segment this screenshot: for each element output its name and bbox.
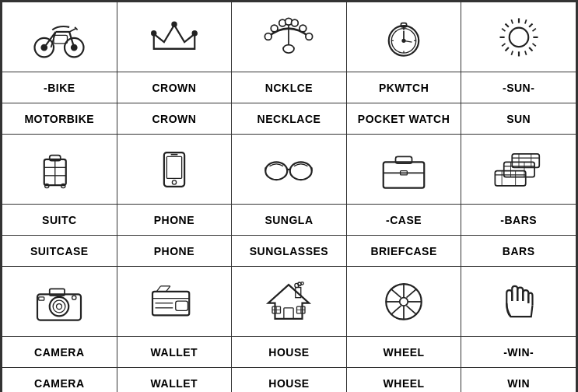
svg-point-89 [72, 296, 76, 299]
cell-necklace-abbrev: NCKLCE [232, 72, 347, 103]
svg-line-48 [532, 29, 535, 32]
cell-wheel-icon [347, 267, 462, 337]
svg-point-87 [53, 300, 65, 313]
house-abbrev-label: HOUSE [268, 346, 309, 359]
svg-point-19 [292, 19, 299, 26]
cell-phone-full: PHONE [117, 236, 233, 267]
svg-line-50 [511, 51, 513, 54]
svg-point-16 [271, 25, 278, 32]
sunglasses-full-label: SUNGLASSES [250, 245, 328, 257]
bike-full-label: MOTORBIKE [24, 113, 94, 125]
cell-wheel-full: WHEEL [347, 368, 462, 392]
cell-camera-icon [2, 267, 117, 337]
cell-win-icon [461, 267, 576, 337]
svg-line-47 [502, 44, 505, 47]
necklace-abbrev-label: NCKLCE [265, 82, 313, 94]
cell-suitcase-abbrev: SUITC [2, 205, 117, 236]
svg-point-112 [400, 298, 408, 306]
svg-point-22 [283, 45, 294, 54]
sunglasses-abbrev-label: SUNGLA [264, 214, 313, 226]
svg-line-49 [532, 44, 535, 47]
svg-line-117 [391, 289, 401, 297]
bars-full-label: BARS [503, 245, 535, 257]
svg-line-8 [69, 29, 76, 32]
sun-full-label: SUN [506, 113, 531, 125]
house-full-label: HOUSE [268, 377, 309, 390]
suitcase-abbrev-label: SUITC [42, 214, 77, 226]
cell-bike-full: MOTORBIKE [2, 103, 117, 135]
svg-point-61 [172, 180, 176, 184]
briefcase-abbrev-label: -CASE [386, 214, 422, 226]
cell-bike-icon [2, 2, 117, 72]
cell-sunglasses-abbrev: SUNGLA [232, 205, 347, 236]
svg-point-63 [266, 162, 288, 180]
cell-wallet-icon [117, 267, 233, 337]
bars-abbrev-label: -BARS [500, 214, 537, 226]
pocketwatch-abbrev-label: PKWTCH [379, 82, 429, 94]
svg-line-42 [529, 23, 532, 26]
svg-point-15 [265, 33, 272, 40]
svg-point-13 [172, 23, 176, 26]
svg-line-119 [407, 289, 417, 297]
cell-sun-full: SUN [461, 103, 576, 135]
cell-necklace-icon [232, 2, 347, 72]
cell-house-full: HOUSE [232, 368, 347, 392]
cell-briefcase-full: BRIEFCASE [347, 236, 462, 267]
svg-line-46 [502, 29, 505, 32]
wheel-full-label: WHEEL [384, 377, 425, 390]
bike-abbrev-label: -BIKE [44, 82, 75, 94]
cell-bike-abbrev: -BIKE [2, 72, 117, 103]
cell-sun-icon [461, 2, 576, 72]
win-abbrev-label: -WIN- [503, 346, 534, 359]
svg-line-45 [525, 19, 527, 23]
svg-point-35 [509, 28, 528, 47]
cell-crown-full: CROWN [117, 103, 233, 135]
cell-pocketwatch-full: POCKET WATCH [347, 103, 462, 135]
svg-line-118 [407, 306, 417, 314]
cell-briefcase-abbrev: -CASE [347, 205, 462, 236]
cell-sun-abbrev: -SUN- [461, 72, 576, 103]
cell-crown-icon [117, 2, 233, 72]
svg-point-64 [290, 162, 312, 180]
win-full-label: WIN [507, 377, 530, 390]
cell-win-abbrev: -WIN- [461, 337, 576, 368]
crown-abbrev-label: CROWN [152, 82, 196, 94]
camera-full-label: CAMERA [34, 377, 84, 390]
phone-abbrev-label: PHONE [154, 214, 194, 226]
cell-phone-icon [117, 135, 233, 205]
cell-win-full: WIN [461, 368, 576, 392]
cell-wallet-full: WALLET [117, 368, 233, 392]
svg-point-30 [402, 40, 405, 43]
svg-point-14 [193, 31, 197, 35]
phone-full-label: PHONE [154, 245, 194, 257]
camera-abbrev-label: CAMERA [34, 346, 84, 359]
cell-suitcase-full: SUITCASE [2, 236, 117, 267]
svg-rect-100 [284, 308, 293, 319]
svg-rect-60 [166, 156, 181, 178]
svg-point-88 [57, 304, 62, 310]
cell-crown-abbrev: CROWN [117, 72, 233, 103]
cell-wallet-abbrev: WALLET [117, 337, 233, 368]
suitcase-full-label: SUITCASE [30, 245, 89, 257]
cell-briefcase-icon [347, 135, 462, 205]
svg-point-20 [300, 25, 307, 32]
cell-sunglasses-full: SUNGLASSES [232, 236, 347, 267]
wheel-abbrev-label: WHEEL [384, 346, 425, 359]
cell-camera-full: CAMERA [2, 368, 117, 392]
svg-line-43 [505, 47, 508, 51]
cell-bars-full: BARS [461, 236, 576, 267]
pocketwatch-full-label: POCKET WATCH [358, 113, 450, 125]
cell-wheel-abbrev: WHEEL [347, 337, 462, 368]
svg-line-51 [525, 51, 527, 54]
cell-pocketwatch-icon [347, 2, 462, 72]
svg-line-41 [529, 47, 532, 51]
svg-point-12 [152, 31, 156, 35]
cell-suitcase-icon [2, 135, 117, 205]
cell-bars-icon [461, 135, 576, 205]
wallet-abbrev-label: WALLET [151, 346, 198, 359]
main-grid: -BIKE CROWN NCKLCE PKWTCH -SUN- MOTORBIK… [0, 0, 578, 392]
cell-sunglasses-icon [232, 135, 347, 205]
svg-rect-90 [39, 297, 44, 300]
sun-abbrev-label: -SUN- [503, 82, 534, 94]
cell-camera-abbrev: CAMERA [2, 337, 117, 368]
